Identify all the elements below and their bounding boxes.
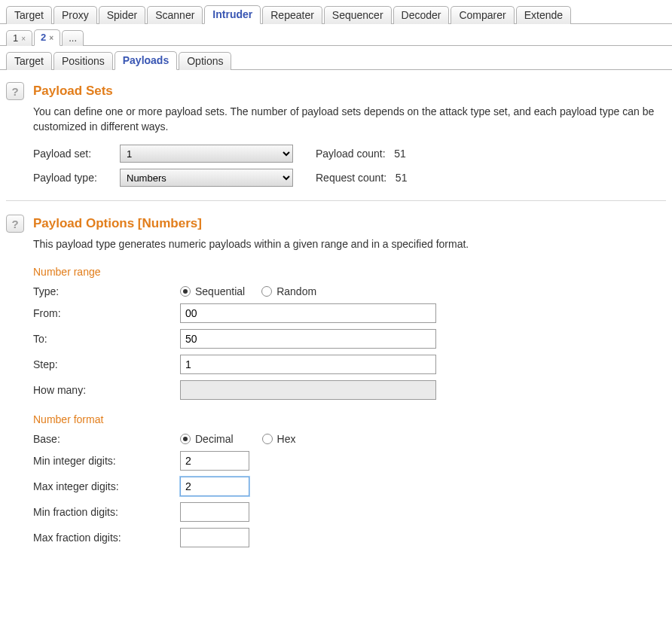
from-input[interactable] [180, 303, 436, 323]
tab-scanner[interactable]: Scanner [147, 6, 203, 24]
min-int-input[interactable] [180, 451, 249, 471]
step-label: Step: [33, 358, 180, 370]
tab-proxy[interactable]: Proxy [53, 6, 97, 24]
attack-tab-1[interactable]: 1× [6, 30, 32, 46]
payload-set-label: Payload set: [33, 148, 120, 160]
number-range-title: Number range [33, 266, 666, 278]
min-frac-input[interactable] [180, 502, 249, 522]
help-button[interactable]: ? [6, 215, 24, 233]
payload-options-desc: This payload type generates numeric payl… [33, 237, 666, 252]
radio-sequential-label: Sequential [195, 285, 245, 297]
main-tab-bar: Target Proxy Spider Scanner Intruder Rep… [0, 0, 672, 24]
min-frac-label: Min fraction digits: [33, 506, 180, 518]
tab-extender[interactable]: Extende [516, 6, 571, 24]
tab-sequencer[interactable]: Sequencer [324, 6, 392, 24]
request-count-value: 51 [396, 172, 408, 184]
tab-spider[interactable]: Spider [99, 6, 145, 24]
tab-decoder[interactable]: Decoder [393, 6, 450, 24]
radio-decimal-label: Decimal [195, 433, 234, 445]
subtab-options[interactable]: Options [179, 52, 231, 70]
payload-type-select[interactable]: Numbers [120, 169, 293, 187]
min-int-label: Min integer digits: [33, 455, 180, 467]
tab-comparer[interactable]: Comparer [451, 6, 514, 24]
radio-hex[interactable] [262, 434, 273, 444]
tab-target[interactable]: Target [6, 6, 52, 24]
radio-sequential[interactable] [180, 286, 191, 297]
payload-options-title: Payload Options [Numbers] [33, 216, 666, 231]
attack-tab-bar: 1× 2× ... [0, 24, 672, 46]
payloads-panel: ? Payload Sets You can define one or mor… [0, 70, 672, 576]
tab-intruder[interactable]: Intruder [204, 5, 261, 24]
subtab-payloads[interactable]: Payloads [115, 51, 177, 70]
close-icon[interactable]: × [21, 35, 26, 43]
attack-tab-2[interactable]: 2× [34, 29, 60, 46]
from-label: From: [33, 307, 180, 319]
payload-count-value: 51 [394, 148, 406, 160]
to-label: To: [33, 333, 180, 345]
number-format-title: Number format [33, 413, 666, 425]
payload-count-label: Payload count: [316, 148, 386, 160]
max-int-label: Max integer digits: [33, 480, 180, 492]
max-frac-label: Max fraction digits: [33, 532, 180, 544]
attack-tab-more[interactable]: ... [62, 30, 84, 46]
tab-repeater[interactable]: Repeater [262, 6, 322, 24]
radio-hex-label: Hex [277, 433, 296, 445]
radio-random[interactable] [261, 286, 272, 297]
help-icon: ? [11, 218, 18, 230]
step-input[interactable] [180, 355, 436, 374]
sub-tab-bar: Target Positions Payloads Options [0, 46, 672, 70]
max-int-input[interactable] [180, 477, 249, 496]
help-icon: ? [11, 85, 18, 98]
payload-sets-title: Payload Sets [33, 84, 666, 99]
payload-type-label: Payload type: [33, 172, 120, 184]
radio-decimal[interactable] [180, 434, 191, 444]
radio-random-label: Random [276, 285, 316, 297]
help-button[interactable]: ? [6, 82, 24, 100]
type-label: Type: [33, 285, 180, 297]
payload-set-select[interactable]: 1 [120, 145, 293, 163]
payload-sets-desc: You can define one or more payload sets.… [33, 105, 666, 134]
to-input[interactable] [180, 329, 436, 349]
subtab-target[interactable]: Target [6, 52, 52, 70]
close-icon[interactable]: × [49, 34, 53, 42]
subtab-positions[interactable]: Positions [53, 52, 113, 70]
howmany-label: How many: [33, 384, 180, 396]
base-label: Base: [33, 433, 180, 445]
max-frac-input[interactable] [180, 528, 249, 547]
howmany-input [180, 380, 436, 400]
request-count-label: Request count: [316, 172, 386, 184]
